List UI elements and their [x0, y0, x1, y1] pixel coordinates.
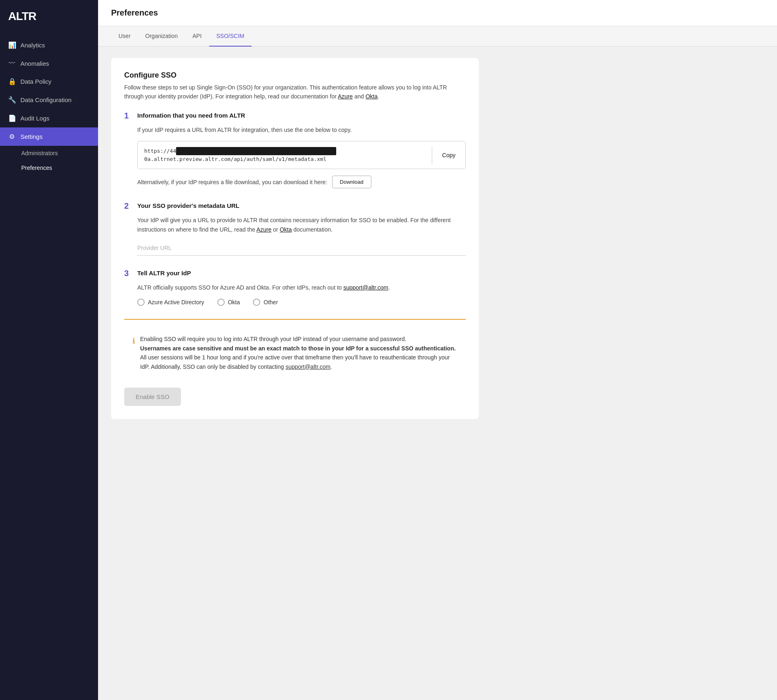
sidebar-item-data-configuration[interactable]: 🔧 Data Configuration [0, 91, 98, 109]
tab-user-label: User [118, 33, 131, 39]
step-2-header: 2 Your SSO provider's metadata URL [124, 201, 466, 211]
orange-divider [124, 319, 466, 320]
okta-doc-link[interactable]: Okta [366, 93, 378, 100]
download-row: Alternatively, if your IdP requires a fi… [137, 176, 466, 188]
sidebar-item-anomalies-label: Anomalies [20, 60, 49, 67]
enable-sso-button[interactable]: Enable SSO [124, 388, 181, 406]
azure-doc-link[interactable]: Azure [338, 93, 353, 100]
content-area: Configure SSO Follow these steps to set … [98, 47, 777, 430]
data-policy-icon: 🔒 [8, 78, 16, 85]
step-1-header: 1 Information that you need from ALTR [124, 111, 466, 120]
sso-card: Configure SSO Follow these steps to set … [111, 58, 479, 419]
sidebar-item-administrators-label: Administrators [21, 150, 58, 156]
sidebar-item-data-policy-label: Data Policy [20, 78, 51, 85]
step-1-title: Information that you need from ALTR [137, 111, 245, 119]
radio-azure[interactable]: Azure Active Directory [137, 299, 204, 306]
radio-azure-label: Azure Active Directory [148, 299, 204, 305]
step-2-title: Your SSO provider's metadata URL [137, 201, 239, 209]
step-3-desc: ALTR officially supports SSO for Azure A… [137, 283, 466, 292]
sidebar-item-preferences-label: Preferences [21, 165, 52, 171]
main-content: Preferences User Organization API SSO/SC… [98, 0, 777, 700]
warning-box: ℹ Enabling SSO will require you to log i… [124, 328, 466, 378]
step-3-body: ALTR officially supports SSO for Azure A… [124, 283, 466, 306]
step-1-desc: If your IdP requires a URL from ALTR for… [137, 125, 466, 134]
analytics-icon: 📊 [8, 41, 16, 49]
page-title: Preferences [111, 8, 764, 18]
provider-url-input[interactable] [137, 241, 466, 256]
tabs-bar: User Organization API SSO/SCIM [98, 26, 777, 47]
radio-other[interactable]: Other [253, 299, 278, 306]
sidebar-item-preferences[interactable]: Preferences [0, 161, 98, 175]
sidebar-item-data-policy[interactable]: 🔒 Data Policy [0, 72, 98, 91]
support-email-link-step3[interactable]: support@altr.com [344, 284, 388, 291]
sidebar-item-data-configuration-label: Data Configuration [20, 96, 71, 103]
radio-okta[interactable]: Okta [217, 299, 240, 306]
step-2: 2 Your SSO provider's metadata URL Your … [124, 201, 466, 256]
radio-circle-okta [217, 299, 225, 306]
tab-sso-scim[interactable]: SSO/SCIM [209, 26, 252, 47]
page-header: Preferences [98, 0, 777, 26]
sidebar-item-audit-logs[interactable]: 📄 Audit Logs [0, 109, 98, 127]
sidebar-item-analytics[interactable]: 📊 Analytics [0, 36, 98, 54]
tab-organization-label: Organization [145, 33, 178, 39]
tab-user[interactable]: User [111, 26, 138, 47]
sidebar-nav: 📊 Analytics 〰 Anomalies 🔒 Data Policy 🔧 … [0, 33, 98, 178]
radio-okta-label: Okta [228, 299, 240, 305]
logo: ALTR [0, 0, 98, 33]
step-3-title: Tell ALTR your IdP [137, 269, 191, 276]
tab-organization[interactable]: Organization [138, 26, 185, 47]
radio-circle-azure [137, 299, 145, 306]
sso-title: Configure SSO [124, 71, 466, 80]
step-3-number: 3 [124, 269, 132, 278]
anomalies-icon: 〰 [8, 60, 16, 67]
metadata-url-text: https://44 0a.altrnet.preview.altr.com/a… [144, 141, 432, 169]
step-2-body: Your IdP will give you a URL to provide … [124, 216, 466, 256]
download-desc: Alternatively, if your IdP requires a fi… [137, 179, 327, 185]
data-configuration-icon: 🔧 [8, 96, 16, 104]
support-email-link-warning[interactable]: support@altr.com [286, 363, 330, 370]
step-3-header: 3 Tell ALTR your IdP [124, 269, 466, 278]
radio-circle-other [253, 299, 260, 306]
step-1-number: 1 [124, 111, 132, 120]
step-2-number: 2 [124, 201, 132, 211]
step-1: 1 Information that you need from ALTR If… [124, 111, 466, 188]
sidebar-item-anomalies[interactable]: 〰 Anomalies [0, 54, 98, 72]
azure-url-link[interactable]: Azure [257, 226, 272, 233]
step-3: 3 Tell ALTR your IdP ALTR officially sup… [124, 269, 466, 306]
copy-button[interactable]: Copy [432, 146, 465, 164]
step-1-body: If your IdP requires a URL from ALTR for… [124, 125, 466, 188]
step-2-desc: Your IdP will give you a URL to provide … [137, 216, 466, 234]
sidebar: ALTR 📊 Analytics 〰 Anomalies 🔒 Data Poli… [0, 0, 98, 700]
settings-icon: ⚙ [8, 133, 16, 140]
sidebar-item-settings-label: Settings [20, 133, 42, 140]
sso-description: Follow these steps to set up Single Sign… [124, 83, 466, 101]
tab-sso-scim-label: SSO/SCIM [217, 33, 244, 39]
sidebar-item-administrators[interactable]: Administrators [0, 146, 98, 161]
warning-icon: ℹ [132, 335, 135, 371]
tab-api[interactable]: API [185, 26, 209, 47]
okta-url-link[interactable]: Okta [280, 226, 292, 233]
radio-other-label: Other [263, 299, 278, 305]
tab-api-label: API [192, 33, 202, 39]
brand-logo: ALTR [8, 10, 36, 23]
idp-radio-group: Azure Active Directory Okta Other [137, 299, 466, 306]
sidebar-item-settings[interactable]: ⚙ Settings [0, 127, 98, 146]
sidebar-item-analytics-label: Analytics [20, 42, 45, 49]
sidebar-item-audit-logs-label: Audit Logs [20, 115, 49, 122]
warning-text: Enabling SSO will require you to log int… [140, 334, 458, 371]
warning-bold: Usernames are case sensitive and must be… [140, 345, 455, 352]
audit-logs-icon: 📄 [8, 114, 16, 122]
metadata-url-box: https://44 0a.altrnet.preview.altr.com/a… [137, 141, 466, 169]
download-button[interactable]: Download [332, 176, 371, 188]
